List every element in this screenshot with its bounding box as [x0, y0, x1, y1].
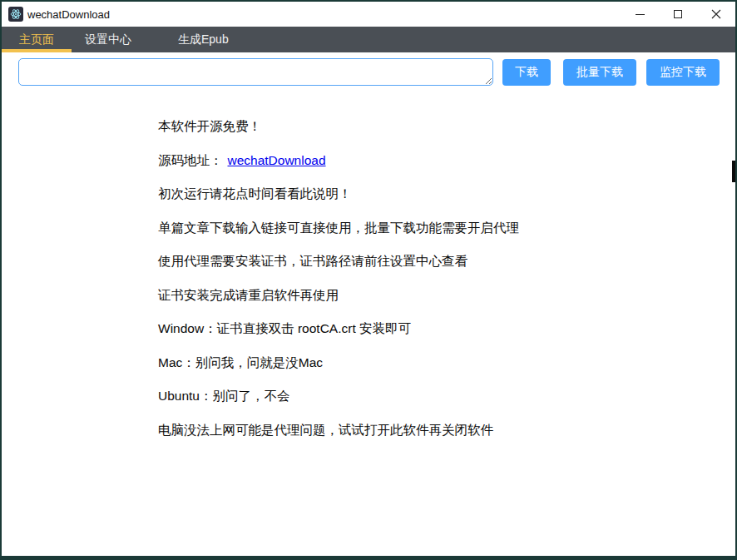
- help-line-source: 源码地址：wechatDownload: [158, 153, 735, 167]
- help-line: Ubuntu：别问了，不会: [158, 389, 735, 403]
- tab-home[interactable]: 主页面: [2, 27, 72, 52]
- scrollbar-thumb[interactable]: [732, 161, 735, 182]
- help-line: 单篇文章下载输入链接可直接使用，批量下载功能需要开启代理: [158, 221, 735, 235]
- title-bar[interactable]: wechatDownload: [2, 2, 735, 27]
- window-bottom-border: [2, 556, 735, 560]
- maximize-button[interactable]: [659, 2, 697, 27]
- minimize-icon: [636, 14, 645, 15]
- minimize-button[interactable]: [621, 2, 659, 27]
- source-repo-link[interactable]: wechatDownload: [228, 153, 326, 167]
- tab-generate-epub[interactable]: 生成Epub: [165, 27, 242, 52]
- close-button[interactable]: [697, 2, 735, 27]
- help-text: 本软件开源免费！ 源码地址：wechatDownload 初次运行请花点时间看看…: [2, 92, 735, 437]
- tab-settings[interactable]: 设置中心: [72, 27, 145, 52]
- help-line: 初次运行请花点时间看看此说明！: [158, 186, 735, 201]
- monitor-download-button[interactable]: 监控下载: [646, 59, 720, 86]
- help-line: 电脑没法上网可能是代理问题，试试打开此软件再关闭软件: [158, 423, 735, 437]
- help-line: Window：证书直接双击 rootCA.crt 安装即可: [158, 321, 735, 335]
- source-address-label: 源码地址：: [158, 153, 223, 167]
- help-line: 使用代理需要安装证书，证书路径请前往设置中心查看: [158, 254, 735, 268]
- tab-bar: 主页面 设置中心 生成Epub: [2, 27, 735, 52]
- help-line: 证书安装完成请重启软件再使用: [158, 288, 735, 302]
- download-toolbar: 下载 批量下载 监控下载: [2, 52, 735, 92]
- app-window: wechatDownload 主页面 设置中心 生成Epub 下载 批量下载 监…: [0, 0, 737, 560]
- batch-download-button[interactable]: 批量下载: [563, 59, 636, 86]
- window-controls: [621, 2, 735, 27]
- electron-atom-icon: [8, 7, 23, 22]
- url-input[interactable]: [18, 58, 493, 86]
- help-line: Mac：别问我，问就是没Mac: [158, 355, 735, 369]
- help-line-intro: 本软件开源免费！: [158, 119, 735, 133]
- download-button[interactable]: 下载: [502, 59, 551, 86]
- window-title: wechatDownload: [27, 8, 110, 21]
- maximize-icon: [674, 10, 682, 18]
- close-icon: [711, 9, 721, 19]
